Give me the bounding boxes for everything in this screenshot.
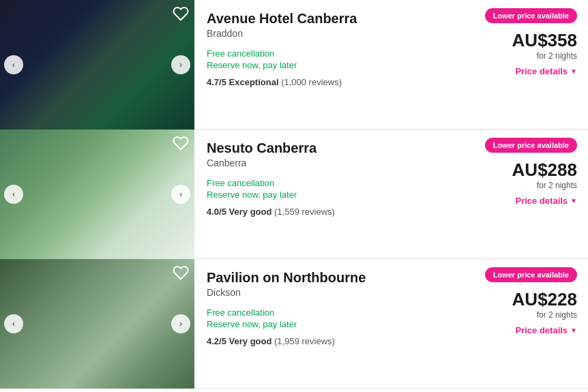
- price-amount: AU$288: [512, 160, 577, 181]
- hotel-card-avenue: ‹ › Avenue Hotel Canberra Braddon Free c…: [0, 0, 588, 130]
- price-nights: for 2 nights: [537, 51, 577, 61]
- hotel-location: Dickson: [207, 287, 439, 298]
- reserve-now-label: Reserve now, pay later: [207, 319, 439, 329]
- reserve-now-label: Reserve now, pay later: [207, 60, 439, 70]
- hotel-info: Nesuto Canberra Canberra Free cancellati…: [194, 130, 452, 258]
- image-prev-button[interactable]: ‹: [4, 314, 23, 333]
- hotel-image-container: ‹ ›: [0, 259, 194, 389]
- rating-score: 4.7/5: [207, 77, 226, 87]
- price-details-label: Price details: [515, 66, 568, 76]
- rating-count: (1,000 reviews): [281, 77, 342, 87]
- rating-label: Very good: [229, 336, 274, 346]
- rating-label: Exceptional: [229, 77, 282, 87]
- image-prev-button[interactable]: ‹: [4, 185, 23, 204]
- rating-row: 4.2/5 Very good (1,959 reviews): [207, 336, 439, 346]
- price-amount: AU$228: [512, 289, 577, 310]
- hotel-name: Pavilion on Northbourne: [207, 270, 439, 286]
- rating-score: 4.2/5: [207, 336, 226, 346]
- rating-label: Very good: [229, 207, 274, 217]
- lower-price-badge: Lower price available: [485, 267, 577, 282]
- price-details-button[interactable]: Price details ▼: [515, 325, 577, 335]
- hotel-image-container: ‹ ›: [0, 0, 194, 130]
- price-details-label: Price details: [515, 325, 568, 335]
- rating-score: 4.0/5: [207, 207, 226, 217]
- price-section: Lower price available AU$358 for 2 night…: [452, 0, 588, 129]
- lower-price-badge: Lower price available: [485, 138, 577, 153]
- hotel-location: Braddon: [207, 28, 439, 39]
- heart-icon: [173, 135, 189, 151]
- price-section: Lower price available AU$288 for 2 night…: [452, 130, 588, 258]
- hotel-info: Pavilion on Northbourne Dickson Free can…: [194, 259, 452, 388]
- hotel-info: Avenue Hotel Canberra Braddon Free cance…: [194, 0, 452, 129]
- heart-icon: [173, 265, 189, 281]
- free-cancellation-label: Free cancellation: [207, 48, 439, 59]
- free-cancellation-label: Free cancellation: [207, 307, 439, 318]
- wishlist-button[interactable]: [173, 135, 189, 153]
- image-next-button[interactable]: ›: [171, 314, 190, 333]
- hotel-image-container: ‹ ›: [0, 130, 194, 259]
- price-details-button[interactable]: Price details ▼: [515, 66, 577, 76]
- image-prev-button[interactable]: ‹: [4, 55, 23, 74]
- rating-row: 4.0/5 Very good (1,559 reviews): [207, 207, 439, 217]
- image-next-button[interactable]: ›: [171, 185, 190, 204]
- hotel-location: Canberra: [207, 157, 439, 168]
- free-cancellation-label: Free cancellation: [207, 178, 439, 188]
- reserve-now-label: Reserve now, pay later: [207, 190, 439, 200]
- price-nights: for 2 nights: [537, 181, 577, 190]
- rating-row: 4.7/5 Exceptional (1,000 reviews): [207, 77, 439, 87]
- hotel-card-nesuto: ‹ › Nesuto Canberra Canberra Free cancel…: [0, 130, 588, 259]
- heart-icon: [173, 5, 189, 22]
- lower-price-badge: Lower price available: [485, 8, 577, 23]
- price-nights: for 2 nights: [537, 310, 577, 320]
- price-details-button[interactable]: Price details ▼: [515, 196, 577, 206]
- hotel-card-pavilion: ‹ › Pavilion on Northbourne Dickson Free…: [0, 259, 588, 389]
- image-next-button[interactable]: ›: [171, 55, 190, 74]
- hotel-list: ‹ › Avenue Hotel Canberra Braddon Free c…: [0, 0, 588, 389]
- chevron-down-icon: ▼: [570, 327, 577, 334]
- chevron-down-icon: ▼: [570, 67, 577, 75]
- chevron-down-icon: ▼: [570, 197, 577, 205]
- hotel-name: Nesuto Canberra: [207, 140, 439, 156]
- rating-count: (1,559 reviews): [274, 207, 335, 217]
- wishlist-button[interactable]: [173, 5, 189, 24]
- price-section: Lower price available AU$228 for 2 night…: [452, 259, 588, 388]
- price-details-label: Price details: [515, 196, 568, 206]
- price-amount: AU$358: [512, 30, 577, 51]
- hotel-name: Avenue Hotel Canberra: [207, 11, 439, 27]
- rating-count: (1,959 reviews): [274, 336, 335, 346]
- wishlist-button[interactable]: [173, 265, 189, 283]
